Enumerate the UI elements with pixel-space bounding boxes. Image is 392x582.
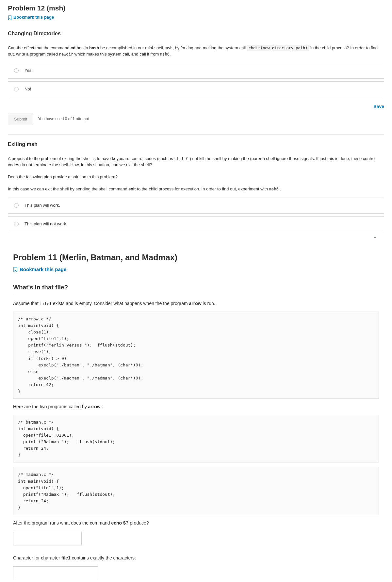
choice-group-cd: Yes! No! <box>8 63 384 97</box>
bookmark-label: Bookmark this page <box>20 266 66 273</box>
bookmark-icon <box>13 267 18 272</box>
problem-title: Problem 11 (Merlin, Batman, and Madmax) <box>13 251 379 263</box>
answer-input-echo[interactable] <box>13 532 82 545</box>
section-heading-exiting: Exiting msh <box>8 140 384 148</box>
answer-input-file-contents[interactable] <box>13 566 98 580</box>
submit-button[interactable]: Submit <box>8 113 33 125</box>
question-echo: After the program runs what does the com… <box>13 520 379 526</box>
problem-title: Problem 12 (msh) <box>8 3 384 13</box>
bookmark-label: Bookmark this page <box>13 14 54 21</box>
code-block-arrow: /* arrow.c */ int main(void) { close(1);… <box>13 312 379 399</box>
bookmark-link[interactable]: Bookmark this page <box>13 266 379 273</box>
section-heading-whats-in-file: What's in that file? <box>13 283 379 292</box>
exiting-para-1: A proposal to the problem of exiting the… <box>8 156 384 168</box>
tiny-placeholder: . <box>8 39 384 40</box>
choice-plan-not-works[interactable]: This plan will not work. <box>8 216 384 232</box>
question-text-cd: Can the effect that the command cd has i… <box>8 45 384 57</box>
question-file-contents: Character for character file1 contains e… <box>13 555 379 561</box>
choice-label: This plan will work. <box>24 202 60 209</box>
choice-no[interactable]: No! <box>8 81 384 97</box>
save-button[interactable]: Save <box>373 104 384 109</box>
choice-label: No! <box>24 86 31 92</box>
bookmark-link[interactable]: Bookmark this page <box>8 14 384 21</box>
bookmark-icon <box>8 15 12 20</box>
collapse-caret[interactable]: – <box>8 235 384 240</box>
radio-icon <box>14 68 19 73</box>
radio-icon <box>14 87 19 91</box>
code-block-madman: /* madman.c */ int main(void) { open("fi… <box>13 467 379 515</box>
divider <box>8 134 384 135</box>
choice-label: Yes! <box>24 68 33 74</box>
exiting-para-2: Does the following plan provide a soluti… <box>8 174 384 180</box>
mid-text: Here are the two programs called by arro… <box>13 403 379 410</box>
intro-text: Assume that file1 exists and is empty. C… <box>13 300 379 307</box>
code-block-batman: /* batman.c */ int main(void) { open("fi… <box>13 415 379 463</box>
tiny-placeholder: . <box>8 150 384 152</box>
choice-label: This plan will not work. <box>24 221 67 227</box>
choice-plan-works[interactable]: This plan will work. <box>8 198 384 214</box>
exiting-para-3: In this case we can exit the shell by se… <box>8 186 384 192</box>
attempts-text: You have used 0 of 1 attempt <box>38 116 89 122</box>
choice-yes[interactable]: Yes! <box>8 63 384 79</box>
choice-group-exit: This plan will work. This plan will not … <box>8 198 384 232</box>
section-heading-changing-dirs: Changing Directories <box>8 30 384 37</box>
radio-icon <box>14 203 19 208</box>
radio-icon <box>14 222 19 226</box>
tiny-placeholder: . <box>13 294 379 296</box>
